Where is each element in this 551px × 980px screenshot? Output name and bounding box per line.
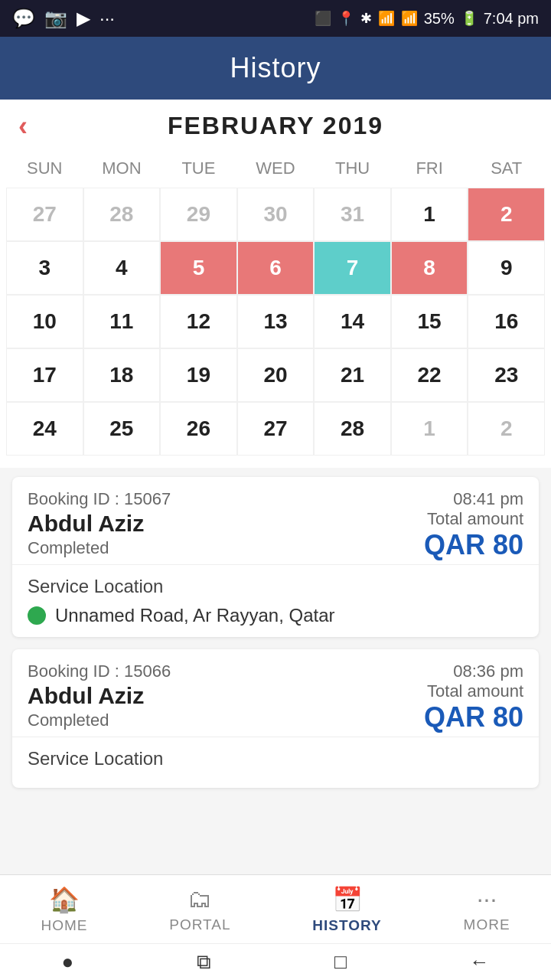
calendar-weekdays: SUN MON TUE WED THU FRI SAT xyxy=(6,152,545,185)
service-location-2: Service Location xyxy=(12,737,539,788)
booking-card-2[interactable]: Booking ID : 15066 Abdul Aziz Completed … xyxy=(12,649,539,788)
android-square-button[interactable]: □ xyxy=(334,950,347,974)
cal-day[interactable]: 7 xyxy=(314,241,391,295)
cal-day[interactable]: 9 xyxy=(468,241,545,295)
cal-day[interactable]: 26 xyxy=(160,402,237,456)
whatsapp-icon: 💬 xyxy=(12,8,35,29)
cal-day[interactable]: 27 xyxy=(237,402,315,456)
calendar-back-button[interactable]: ‹ xyxy=(18,110,28,142)
cal-day[interactable]: 12 xyxy=(160,295,237,348)
cal-day[interactable]: 19 xyxy=(160,348,237,402)
weekday-mon: MON xyxy=(83,152,161,185)
weekday-fri: FRI xyxy=(391,152,468,185)
service-location-1: Service Location Unnamed Road, Ar Rayyan… xyxy=(12,564,539,637)
cal-day[interactable]: 13 xyxy=(237,295,315,348)
total-amount-2: QAR 80 xyxy=(424,701,523,733)
booking-time-1: 08:41 pm xyxy=(424,489,523,509)
booking-amount-1: 08:41 pm Total amount QAR 80 xyxy=(424,489,523,561)
total-label-1: Total amount xyxy=(424,509,523,529)
cal-day[interactable]: 8 xyxy=(391,241,468,295)
cal-day[interactable]: 1 xyxy=(391,188,468,241)
cal-day[interactable]: 27 xyxy=(6,188,83,241)
booking-list: Booking ID : 15067 Abdul Aziz Completed … xyxy=(0,468,551,809)
cal-day[interactable]: 1 xyxy=(391,402,468,456)
booking-card-1[interactable]: Booking ID : 15067 Abdul Aziz Completed … xyxy=(12,477,539,637)
signal-icon: 📶 xyxy=(401,10,418,27)
cal-day[interactable]: 23 xyxy=(468,348,545,402)
cal-day[interactable]: 6 xyxy=(237,241,315,295)
calendar-nav: ‹ FEBRUARY 2019 xyxy=(6,112,545,140)
portal-icon: 🗂 xyxy=(187,885,212,913)
status-bar-left: 💬 📷 ▶ ··· xyxy=(12,8,115,29)
weekday-sat: SAT xyxy=(468,152,545,185)
battery-percentage: 35% xyxy=(424,10,455,28)
nav-history[interactable]: 📅 HISTORY xyxy=(312,885,381,934)
booking-status-2: Completed xyxy=(28,710,171,730)
cal-day[interactable]: 31 xyxy=(314,188,391,241)
status-bar-right: ⬛ 📍 ✱ 📶 📶 35% 🔋 7:04 pm xyxy=(315,10,539,28)
cal-day[interactable]: 30 xyxy=(237,188,315,241)
cal-day[interactable]: 28 xyxy=(314,402,391,456)
cal-day[interactable]: 11 xyxy=(83,295,161,348)
cal-day[interactable]: 17 xyxy=(6,348,83,402)
service-location-label-2: Service Location xyxy=(28,748,523,769)
cal-day[interactable]: 10 xyxy=(6,295,83,348)
sim-icon: ⬛ xyxy=(315,10,331,27)
time-display: 7:04 pm xyxy=(484,10,539,28)
booking-amount-2: 08:36 pm Total amount QAR 80 xyxy=(424,662,523,733)
booking-id-1: Booking ID : 15067 xyxy=(28,489,171,509)
cal-day[interactable]: 4 xyxy=(83,241,161,295)
history-icon: 📅 xyxy=(332,885,363,914)
service-location-label-1: Service Location xyxy=(28,576,523,597)
android-back-button[interactable]: ← xyxy=(470,950,490,974)
android-recents-button[interactable]: ⧉ xyxy=(197,950,211,974)
page-header: History xyxy=(0,37,551,100)
booking-status-1: Completed xyxy=(28,538,171,558)
calendar-grid: 27 28 29 30 31 1 2 3 4 5 6 7 8 9 10 11 1… xyxy=(6,188,545,456)
cal-day[interactable]: 25 xyxy=(83,402,161,456)
home-icon: 🏠 xyxy=(49,885,80,914)
weekday-thu: THU xyxy=(314,152,391,185)
calendar-month-title: FEBRUARY 2019 xyxy=(168,112,383,140)
cal-day[interactable]: 2 xyxy=(468,188,545,241)
booking-header-2: Booking ID : 15066 Abdul Aziz Completed … xyxy=(12,649,539,737)
cal-day[interactable]: 29 xyxy=(160,188,237,241)
bottom-nav: 🏠 HOME 🗂 PORTAL 📅 HISTORY ··· MORE xyxy=(0,874,551,943)
booking-name-1: Abdul Aziz xyxy=(28,511,171,537)
cal-day[interactable]: 20 xyxy=(237,348,315,402)
battery-icon: 🔋 xyxy=(461,10,478,27)
more-icon: ··· xyxy=(99,8,115,29)
calendar: ‹ FEBRUARY 2019 SUN MON TUE WED THU FRI … xyxy=(0,100,551,468)
cal-day[interactable]: 18 xyxy=(83,348,161,402)
cal-day[interactable]: 21 xyxy=(314,348,391,402)
nav-portal[interactable]: 🗂 PORTAL xyxy=(169,885,230,933)
cal-day[interactable]: 28 xyxy=(83,188,161,241)
nav-history-label: HISTORY xyxy=(312,917,381,934)
cal-day[interactable]: 16 xyxy=(468,295,545,348)
youtube-icon: ▶ xyxy=(77,8,90,29)
cal-day[interactable]: 14 xyxy=(314,295,391,348)
booking-left-info: Booking ID : 15067 Abdul Aziz Completed xyxy=(28,489,171,558)
cal-day[interactable]: 24 xyxy=(6,402,83,456)
cal-day[interactable]: 3 xyxy=(6,241,83,295)
nav-more[interactable]: ··· MORE xyxy=(464,885,510,933)
nav-home[interactable]: 🏠 HOME xyxy=(41,885,87,934)
booking-time-2: 08:36 pm xyxy=(424,662,523,681)
cal-day[interactable]: 22 xyxy=(391,348,468,402)
nav-more-label: MORE xyxy=(464,916,510,933)
page-title: History xyxy=(230,52,321,83)
cal-day[interactable]: 2 xyxy=(468,402,545,456)
total-label-2: Total amount xyxy=(424,681,523,701)
total-amount-1: QAR 80 xyxy=(424,529,523,561)
camera-icon: 📷 xyxy=(44,8,67,29)
more-dots-icon: ··· xyxy=(477,885,497,913)
bluetooth-icon: ✱ xyxy=(360,10,372,27)
weekday-sun: SUN xyxy=(6,152,83,185)
wifi-icon: 📶 xyxy=(378,10,395,27)
cal-day[interactable]: 15 xyxy=(391,295,468,348)
cal-day[interactable]: 5 xyxy=(160,241,237,295)
location-row-1: Unnamed Road, Ar Rayyan, Qatar xyxy=(28,605,523,626)
android-home-button[interactable]: ● xyxy=(61,950,73,974)
nav-portal-label: PORTAL xyxy=(169,916,230,933)
location-dot-icon-1 xyxy=(28,606,46,625)
